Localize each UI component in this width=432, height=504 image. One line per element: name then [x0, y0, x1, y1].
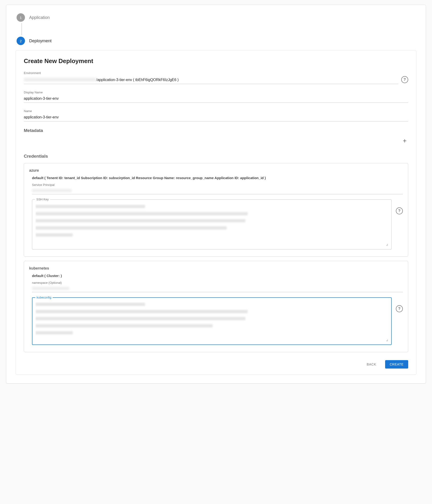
service-principal-value[interactable]: xxxxxxxxxxxxxxxxxx	[32, 188, 403, 194]
metadata-heading: Metadata	[24, 128, 408, 133]
name-label: Name	[24, 109, 408, 113]
step-application[interactable]: 1 Application	[17, 13, 416, 22]
credentials-heading: Credentials	[24, 154, 408, 159]
display-name-field: Display Name	[24, 91, 408, 103]
help-icon[interactable]: ?	[401, 76, 408, 83]
service-principal-field: Service Principal xxxxxxxxxxxxxxxxxx	[32, 183, 403, 194]
azure-credential-card: azure default ( Tenent ID: tenant_id Sub…	[24, 163, 408, 257]
stepper: 1 Application 2 Deployment	[16, 13, 416, 45]
namespace-field: namespace (Optional) xxxxxxxxxxxxxxxx	[32, 281, 403, 292]
display-name-input[interactable]	[24, 96, 408, 103]
display-name-label: Display Name	[24, 91, 408, 94]
environment-label: Environment	[24, 71, 408, 75]
kubeconfig-textarea[interactable]: kubeconfig	[32, 297, 392, 345]
deployment-card: Create New Deployment Environment xxxxxx…	[16, 50, 416, 375]
kubernetes-credential-card: kubernetes default ( Cluster: ) namespac…	[24, 261, 408, 352]
footer-actions: Back Create	[24, 360, 408, 369]
step-badge-2: 2	[17, 37, 25, 45]
azure-title: azure	[29, 168, 403, 173]
ssh-key-label: SSH Key	[35, 198, 50, 201]
card-title: Create New Deployment	[24, 57, 408, 65]
ssh-key-textarea[interactable]: SSH Key	[32, 199, 392, 249]
environment-value[interactable]: xxxxxxxxxxxxxxxxxxxxxxxxxxxxxxx/applicat…	[24, 77, 398, 84]
namespace-label: namespace (Optional)	[32, 281, 403, 284]
azure-subtitle: default ( Tenent ID: tenant_id Subscript…	[32, 176, 403, 180]
step-deployment[interactable]: 2 Deployment	[17, 37, 416, 45]
back-button[interactable]: Back	[362, 360, 381, 369]
step-badge-1: 1	[17, 13, 25, 22]
step-connector	[21, 23, 22, 35]
help-icon[interactable]: ?	[396, 207, 403, 214]
help-icon[interactable]: ?	[396, 305, 403, 312]
service-principal-label: Service Principal	[32, 183, 403, 187]
kubeconfig-label: kubeconfig	[35, 296, 53, 299]
kubernetes-subtitle: default ( Cluster: )	[32, 274, 403, 278]
kubernetes-title: kubernetes	[29, 266, 403, 270]
step-label-application: Application	[29, 15, 50, 20]
wizard-panel: 1 Application 2 Deployment Create New De…	[6, 5, 426, 384]
kubeconfig-content	[35, 302, 388, 342]
namespace-value[interactable]: xxxxxxxxxxxxxxxx	[32, 285, 403, 292]
add-metadata-button[interactable]: +	[401, 137, 408, 144]
name-field: Name	[24, 109, 408, 121]
name-input[interactable]	[24, 114, 408, 121]
ssh-key-content	[35, 204, 388, 246]
environment-field: Environment xxxxxxxxxxxxxxxxxxxxxxxxxxxx…	[24, 71, 408, 84]
create-button[interactable]: Create	[385, 360, 408, 369]
step-label-deployment: Deployment	[29, 38, 52, 44]
plus-icon: +	[403, 138, 406, 144]
